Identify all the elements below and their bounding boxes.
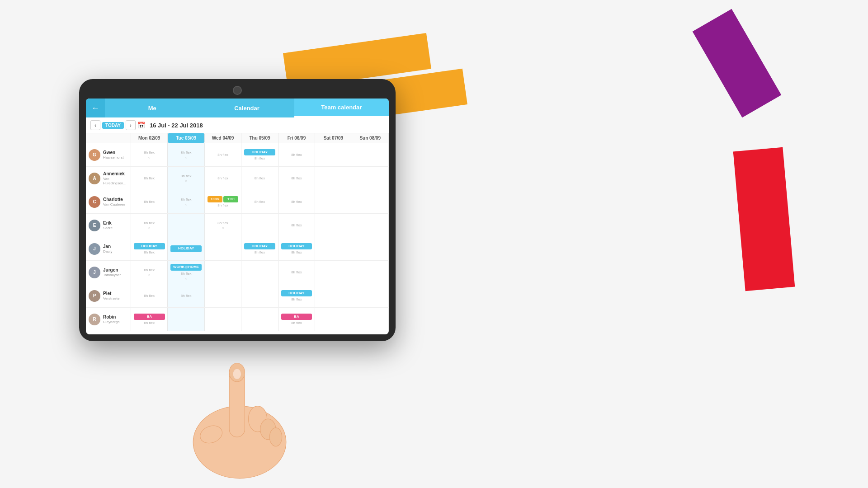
day-cell[interactable]: 8h flex○: [205, 214, 241, 237]
day-cell[interactable]: HOLIDAY8h flex: [278, 284, 315, 307]
day-cell[interactable]: 8h flex: [131, 167, 168, 190]
person-name: Piet: [103, 291, 119, 296]
table-row: R Robin Cleybergh BA8h flex BA8h flex: [86, 308, 389, 331]
calendar-icon[interactable]: 📅: [137, 122, 145, 129]
person-name: Jurgen: [103, 267, 121, 273]
avatar: C: [89, 196, 100, 208]
day-cell[interactable]: 8h flex○: [131, 214, 168, 237]
avatar: J: [89, 267, 100, 278]
day-cell: [352, 237, 389, 260]
day-cell: [315, 190, 352, 213]
person-role: Van Hijredingsen...: [103, 177, 128, 185]
day-cell: [315, 143, 352, 166]
day-cell[interactable]: HOLIDAY8h flex: [241, 237, 278, 260]
header-wed: Wed 04/09: [205, 133, 241, 143]
day-cell[interactable]: 8h flex: [205, 167, 241, 190]
day-cell[interactable]: HOLIDAY8h flex: [278, 237, 315, 260]
today-button[interactable]: TOdAY: [102, 122, 124, 129]
day-cell[interactable]: 8h flex○: [131, 143, 168, 166]
day-cell[interactable]: [205, 261, 241, 284]
day-cell[interactable]: [241, 214, 278, 237]
day-cell[interactable]: 8h flex: [278, 190, 315, 213]
person-annemiek: A Annemiek Van Hijredingsen...: [86, 167, 131, 190]
day-cell[interactable]: 8h flex○: [168, 167, 204, 190]
table-row: J Jurgen Tambuyser 8h flex○ WORK@HOME8h …: [86, 261, 389, 284]
day-cell: [352, 261, 389, 284]
table-row: J Jan Dauly HOLIDAY8h flex HOLIDAY HOLID…: [86, 237, 389, 261]
next-button[interactable]: ›: [126, 120, 136, 130]
svg-point-7: [233, 369, 241, 379]
tab-calendar[interactable]: Calendar: [199, 99, 294, 117]
day-cell[interactable]: 8h flex: [131, 284, 168, 307]
day-cell[interactable]: 8h flex: [205, 143, 241, 166]
person-role: Van Cauteren: [103, 202, 125, 207]
tab-me[interactable]: Me: [105, 99, 199, 117]
day-cell[interactable]: [205, 237, 241, 260]
day-cell[interactable]: [168, 214, 204, 237]
day-cell[interactable]: 8h flex: [241, 167, 278, 190]
day-cell[interactable]: [241, 308, 278, 331]
day-cell[interactable]: [205, 308, 241, 331]
day-cell[interactable]: 8h flex○: [168, 143, 204, 166]
day-cell[interactable]: 8h flex○: [131, 261, 168, 284]
day-cell[interactable]: 8h flex: [278, 261, 315, 284]
day-cell[interactable]: 8h flex: [241, 190, 278, 213]
svg-point-4: [260, 419, 276, 440]
back-arrow-icon: ←: [91, 103, 99, 113]
person-name: Erik: [103, 221, 113, 226]
person-role: Verstraete: [103, 296, 119, 301]
day-cell[interactable]: 8h flex: [278, 214, 315, 237]
avatar: E: [89, 220, 100, 231]
table-row: A Annemiek Van Hijredingsen... 8h flex 8…: [86, 167, 389, 190]
hand-svg: [154, 339, 326, 483]
hand-overlay: [127, 339, 330, 465]
person-role: Cleybergh: [103, 320, 119, 324]
svg-rect-1: [229, 370, 245, 437]
tab-team-calendar[interactable]: Team calendar: [294, 99, 389, 117]
header-person: [86, 133, 131, 143]
day-cell: [315, 214, 352, 237]
day-cell[interactable]: HOLIDAY8h flex: [241, 143, 278, 166]
day-cell[interactable]: HOLIDAY: [168, 237, 204, 260]
day-cell[interactable]: BA8h flex: [278, 308, 315, 331]
avatar: G: [89, 149, 100, 161]
header-thu: Thu 05/09: [241, 133, 278, 143]
day-cell: [315, 284, 352, 307]
day-cell: [352, 167, 389, 190]
person-role: Sacré: [103, 226, 113, 230]
day-cell[interactable]: [205, 284, 241, 307]
day-cell[interactable]: [241, 261, 278, 284]
back-button[interactable]: ←: [86, 99, 105, 117]
person-name: Jan: [103, 244, 112, 249]
header-fri: Fri 06/09: [278, 133, 315, 143]
person-erik: E Erik Sacré: [86, 214, 131, 237]
person-role: Tambuyser: [103, 273, 121, 277]
day-cell[interactable]: BA8h flex: [131, 308, 168, 331]
day-cell: [352, 190, 389, 213]
day-cell[interactable]: WORK@HOME8h flex○: [168, 261, 204, 284]
day-cell[interactable]: [241, 284, 278, 307]
svg-point-3: [248, 406, 267, 432]
calendar-grid: Mon 02/09 Tue 03/09 Wed 04/09 Thu 05/09 …: [86, 133, 389, 334]
day-cell[interactable]: 8h flex○: [168, 190, 204, 213]
day-cell[interactable]: 8h flex: [278, 143, 315, 166]
day-cell[interactable]: [168, 308, 204, 331]
header-sat: Sat 07/09: [315, 133, 352, 143]
prev-button[interactable]: ‹: [90, 120, 100, 130]
svg-point-2: [229, 363, 245, 382]
header-tue: Tue 03/09: [168, 133, 204, 143]
day-cell[interactable]: 100K 1:00 8h flex: [205, 190, 241, 213]
table-row: E Erik Sacré 8h flex○ 8h flex○ 8h flex: [86, 214, 389, 237]
table-row: C Charlotte Van Cauteren 8h flex 8h flex…: [86, 190, 389, 214]
day-cell[interactable]: 8h flex: [131, 190, 168, 213]
day-cell[interactable]: 8h flex: [168, 284, 204, 307]
avatar: J: [89, 243, 100, 255]
date-range: 16 Jul - 22 Jul 2018: [150, 122, 203, 129]
table-row: P Piet Verstraete 8h flex 8h flex HOLIDA…: [86, 284, 389, 308]
svg-point-0: [193, 406, 286, 479]
day-cell[interactable]: HOLIDAY8h flex: [131, 237, 168, 260]
day-cell: [352, 308, 389, 331]
day-cell[interactable]: 8h flex: [278, 167, 315, 190]
calendar-header: Mon 02/09 Tue 03/09 Wed 04/09 Thu 05/09 …: [86, 133, 389, 143]
camera: [233, 86, 242, 95]
